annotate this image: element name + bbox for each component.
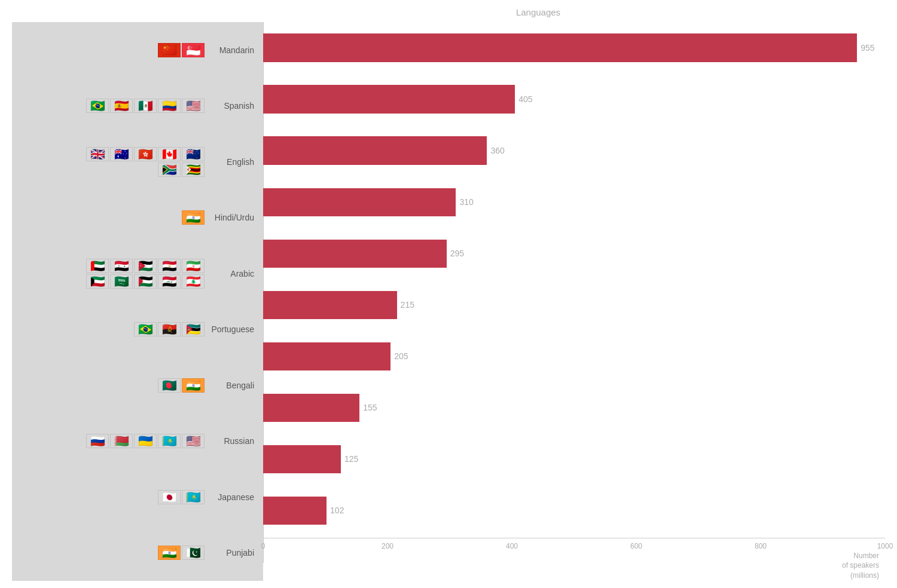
lang-row-russian: Russian	[12, 414, 263, 470]
flag-india	[158, 546, 181, 560]
flag-lebanon	[182, 274, 205, 289]
x-tick-800: 800	[755, 542, 767, 550]
lang-name-russian: Russian	[209, 436, 257, 446]
bar-spanish	[263, 85, 515, 113]
flag-zimbabwe	[182, 163, 205, 177]
flag-angola	[158, 322, 181, 336]
bar-punjabi	[263, 497, 327, 525]
bar-english	[263, 136, 487, 164]
lang-row-spanish: Spanish	[12, 78, 263, 134]
lang-name-arabic: Arabic	[209, 269, 257, 278]
chart-body: MandarinSpanishEnglishHindi/UrduArabicPo…	[12, 22, 885, 581]
flag-hongkong	[134, 147, 157, 161]
bar-row-hindi/urdu: 310	[263, 176, 885, 228]
flag-mozambique	[182, 322, 205, 336]
flag-kazakhstan	[182, 490, 205, 504]
flag-singapore	[182, 43, 205, 57]
flag-saudiarabia	[110, 274, 133, 289]
flags-japanese	[158, 490, 205, 504]
bar-value-japanese: 125	[344, 454, 358, 464]
bar-value-arabic: 295	[450, 249, 464, 258]
bar-russian	[263, 394, 359, 422]
flag-uk	[86, 147, 109, 161]
chart-container: Languages MandarinSpanishEnglishHindi/Ur…	[12, 7, 885, 581]
flag-mexico	[134, 99, 157, 113]
flag-uae	[86, 259, 109, 273]
flag-jordan	[134, 259, 157, 273]
flag-china	[158, 43, 181, 57]
bar-row-mandarin: 955	[263, 22, 885, 74]
bar-value-spanish: 405	[518, 94, 532, 104]
bar-value-portuguese: 215	[401, 300, 414, 310]
lang-row-mandarin: Mandarin	[12, 22, 263, 78]
lang-name-spanish: Spanish	[209, 101, 257, 111]
flag-spain	[110, 99, 133, 113]
flags-portuguese	[134, 322, 205, 336]
bar-value-hindi/urdu: 310	[459, 197, 473, 207]
x-tick-0: 0	[261, 542, 266, 550]
bar-mandarin	[263, 33, 857, 62]
lang-name-english: English	[209, 157, 257, 167]
lang-row-japanese: Japanese	[12, 469, 263, 525]
flag-syria	[110, 259, 133, 273]
bar-value-russian: 155	[363, 403, 377, 412]
flags-english	[73, 147, 205, 177]
flags-punjabi	[158, 546, 205, 560]
flag-palestine	[134, 274, 157, 289]
bar-row-english: 360	[263, 125, 885, 176]
lang-row-portuguese: Portuguese	[12, 302, 263, 358]
bar-row-japanese: 125	[263, 433, 885, 485]
flag-brazil	[134, 322, 157, 336]
flags-mandarin	[158, 43, 205, 57]
flag-canada	[158, 147, 181, 161]
bar-arabic	[263, 240, 447, 268]
bar-row-bengali: 205	[263, 330, 885, 382]
flag-ukraine	[134, 434, 157, 448]
lang-name-bengali: Bengali	[209, 381, 257, 390]
flag-kazakhstan	[158, 434, 181, 448]
flags-arabic	[73, 259, 205, 289]
flag-kuwait	[86, 274, 109, 289]
x-axis-label: Numberof speakers(millions)	[263, 550, 885, 581]
lang-row-punjabi: Punjabi	[12, 525, 263, 581]
bar-row-russian: 155	[263, 382, 885, 433]
lang-row-hindi/urdu: Hindi/Urdu	[12, 190, 263, 246]
bar-value-english: 360	[490, 146, 504, 155]
flag-bangladesh	[158, 378, 181, 393]
lang-name-portuguese: Portuguese	[209, 324, 257, 334]
flag-brazil	[86, 99, 109, 113]
lang-row-arabic: Arabic	[12, 246, 263, 302]
flag-iraq	[158, 274, 181, 289]
x-tick-600: 600	[630, 542, 642, 550]
flag-japan	[158, 490, 181, 504]
flag-russia	[86, 434, 109, 448]
lang-name-hindi/urdu: Hindi/Urdu	[209, 213, 257, 222]
flag-usa	[182, 99, 205, 113]
flag-usa	[182, 434, 205, 448]
left-panel: MandarinSpanishEnglishHindi/UrduArabicPo…	[12, 22, 263, 581]
flag-pakistan	[182, 546, 205, 560]
flag-egypt	[158, 259, 181, 273]
flag-newzealand	[182, 147, 205, 161]
chart-title: Languages	[263, 7, 885, 17]
bar-value-punjabi: 102	[330, 506, 344, 515]
lang-row-bengali: Bengali	[12, 357, 263, 414]
x-axis: 02004006008001000	[263, 538, 885, 550]
flag-iran	[182, 259, 205, 273]
bar-japanese	[263, 445, 341, 473]
flag-southafrica	[158, 163, 181, 177]
bar-row-arabic: 295	[263, 228, 885, 279]
flags-hindi/urdu	[182, 210, 205, 225]
x-tick-200: 200	[382, 542, 393, 550]
bar-value-bengali: 205	[394, 351, 408, 361]
flags-bengali	[158, 378, 205, 393]
bar-bengali	[263, 342, 390, 370]
flag-india	[182, 210, 205, 225]
flag-australia	[110, 147, 133, 161]
bar-hindi/urdu	[263, 188, 456, 216]
bar-row-punjabi: 102	[263, 485, 885, 536]
x-tick-400: 400	[506, 542, 518, 550]
flag-belarus	[110, 434, 133, 448]
bar-value-mandarin: 955	[861, 43, 874, 53]
lang-name-punjabi: Punjabi	[209, 548, 257, 558]
